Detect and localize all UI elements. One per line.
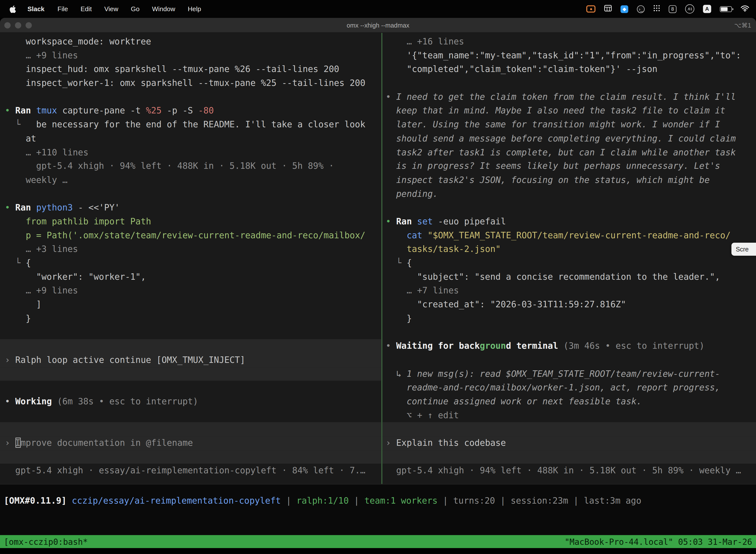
battery-icon[interactable] [720,6,732,12]
terminal-line: gpt-5.4 xhigh · 94% left · 488K in · 5.1… [382,464,756,478]
terminal-line: inspect_worker-1: omx sparkshell --tmux-… [0,76,381,90]
close-button[interactable] [4,22,10,28]
tmux-panes: workspace_mode: worktree … +9 lines insp… [0,33,756,484]
text-segment: [OMX#0.11.9] [4,495,67,506]
screen-recording-indicator-icon[interactable] [586,5,595,12]
text-segment: Ralph loop active continue [OMX_TMUX_INJ… [15,354,245,365]
terminal-line: gpt-5.4 xhigh · 94% left · 488K in · 5.1… [0,159,381,173]
terminal-line [382,201,756,215]
minimize-button[interactable] [15,22,21,28]
terminal-line: "subject": "send a concise recommendatio… [382,270,756,284]
active-app-menu[interactable]: Slack [27,5,45,12]
wifi-icon[interactable] [741,5,749,13]
text-segment: └ [5,258,25,268]
text-segment: | [568,495,584,506]
text-segment: gpt-5.4 xhigh · 94% left · 488K in · 5.1… [386,465,741,476]
text-segment: inspect task2's JSON, focusing on the st… [386,174,710,185]
text-segment: | [349,495,364,506]
terminal-line: ] [0,298,381,312]
terminal-line: inspect task2's JSON, focusing on the st… [382,173,756,187]
terminal-line: '{"team_name":"my-team","task_id":"1","f… [382,49,756,63]
text-segment: (6m 38s • esc to interrupt) [57,396,198,406]
terminal-line: ↳ 1 new msg(s): read $OMX_TEAM_STATE_ROO… [382,367,756,381]
ralph-loop-row[interactable]: › Ralph loop active continue [OMX_TMUX_I… [0,353,381,367]
terminal-app-icon[interactable]: ›_ [637,5,645,13]
terminal-line [0,422,381,436]
terminal-line: ⌥ + ↑ edit [382,408,756,423]
input-source-icon[interactable]: A [703,5,711,13]
terminal-line [0,325,381,339]
text-segment: p = Path('.omx/state/team/review-current… [26,230,365,240]
menu-window[interactable]: Window [152,5,175,12]
terminal-line: at [0,131,381,146]
text-segment [558,341,563,351]
text-segment [5,230,25,240]
keycap-icon[interactable]: 8 [669,5,676,13]
apple-menu-icon[interactable] [10,5,16,13]
terminal-line: should send a message before completing … [382,131,756,146]
text-segment: } [386,313,412,323]
terminal-line: • Ran tmux capture-pane -t %25 -p -S -80 [0,104,381,118]
terminal-line: tasks/task-2.json" [382,242,756,256]
grid-app-icon[interactable] [604,5,612,13]
terminal-line [0,450,381,464]
menu-edit[interactable]: Edit [81,5,92,12]
text-segment: gpt-5.4 xhigh · essay/ai-reimplementatio… [5,465,365,476]
text-segment: weekly … [5,174,67,185]
text-segment [52,396,57,406]
terminal-line [382,353,756,367]
text-segment: › [5,354,15,365]
window-shortcut: ⌥⌘1 [734,21,751,29]
text-segment: cat [406,230,422,240]
left-pane[interactable]: workspace_mode: worktree … +9 lines insp… [0,33,382,484]
text-segment: • [386,92,396,102]
text-segment: Ran [15,202,31,213]
text-segment: set [417,216,433,226]
terminal-line: • Working (6m 38s • esc to interrupt) [0,395,381,408]
terminal-line: • Ran set -euo pipefail [382,215,756,229]
gauge-icon[interactable]: .61 [685,4,694,13]
terminal-line: … +9 lines [0,49,381,63]
text-segment [5,216,25,226]
text-segment: Working [15,396,52,406]
blue-app-icon[interactable]: ◆ [621,5,628,13]
menu-view[interactable]: View [104,5,118,12]
menu-help[interactable]: Help [188,5,201,12]
text-segment: • [5,202,15,213]
terminal-line: … +9 lines [0,284,381,298]
text-segment: inspect_worker-1: omx sparkshell --tmux-… [5,78,365,88]
text-segment: … +7 lines [386,285,459,296]
terminal-line: cat "$OMX_TEAM_STATE_ROOT/team/review-cu… [382,229,756,242]
text-segment: Waiting for back [396,341,480,351]
text-segment: • [386,216,396,226]
composer-input[interactable]: › Explain this codebase [382,436,756,450]
text-segment: '{"team_name":"my-team","task_id":"1","f… [386,50,741,60]
text-segment [386,230,406,240]
text-segment: python3 [36,202,73,213]
text-segment: Ran [15,106,31,116]
menu-go[interactable]: Go [131,5,139,12]
menu-bar: Slack File Edit View Go Window Help ◆ ›_… [0,0,756,18]
text-segment: d terminal [506,341,558,351]
text-segment: └ [386,258,406,268]
text-segment: Explain this codebase [396,438,506,448]
app-grid-icon[interactable] [653,5,660,13]
text-segment: %25 [146,106,162,116]
terminal-line: "completed","claim_token":"claim-token"}… [382,62,756,76]
terminal-line: └ { [382,256,756,270]
text-segment: (3m 46s • esc to interrupt) [563,341,704,351]
text-segment: | [495,495,511,506]
zoom-button[interactable] [25,22,32,28]
terminal-line: • Waiting for background terminal (3m 46… [382,339,756,353]
text-segment: - <<'PY' [73,202,120,213]
window-title: omx --xhigh --madmax [347,21,410,29]
right-pane[interactable]: … +16 lines '{"team_name":"my-team","tas… [382,33,756,484]
composer-input[interactable]: › Improve documentation in @filename [0,436,381,450]
text-segment: › [5,438,15,448]
terminal-line: … +3 lines [0,242,381,256]
menu-file[interactable]: File [58,5,68,12]
terminal-line: task2 after task1 is complete, but can I… [382,146,756,159]
terminal-line: continue assigned work or next feasible … [382,395,756,408]
window-title-bar[interactable]: omx --xhigh --madmax ⌥⌘1 [0,18,756,33]
terminal-line: inspect_hud: omx sparkshell --tmux-pane … [0,62,381,76]
